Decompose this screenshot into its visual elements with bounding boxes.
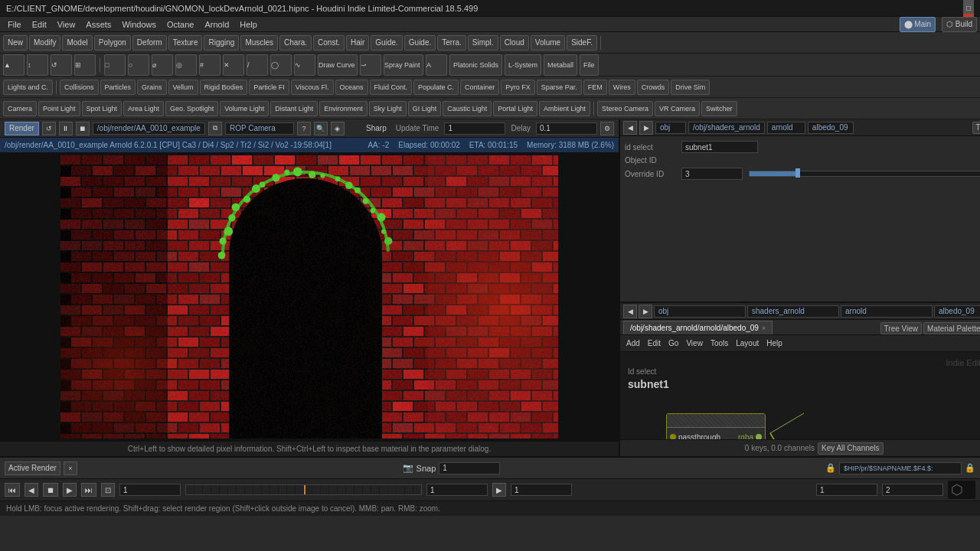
menu-view[interactable]: View <box>53 18 80 31</box>
polygon-button[interactable]: Polygon <box>94 35 131 51</box>
frame-start-input[interactable] <box>426 484 488 496</box>
model-button[interactable]: Model <box>62 35 92 51</box>
collisions-button[interactable]: Collisions <box>60 80 99 95</box>
texture-button[interactable]: Texture <box>168 35 203 51</box>
forward-button[interactable]: ▶ <box>639 121 653 135</box>
menu-windows[interactable]: Windows <box>117 18 161 31</box>
box-tool[interactable]: □ <box>104 54 126 76</box>
volume-button[interactable]: Volume <box>531 35 565 51</box>
drive-sim-button[interactable]: Drive Sim <box>671 80 710 95</box>
guide-button[interactable]: Guide. <box>371 35 402 51</box>
node-menu-help[interactable]: Help <box>763 338 786 348</box>
node-menu-tools[interactable]: Tools <box>707 338 731 348</box>
caustic-light-button[interactable]: Caustic Light <box>443 101 492 116</box>
platonic-solids-tool[interactable]: Platonic Solids <box>449 54 502 76</box>
draw-curve-tool[interactable]: Draw Curve <box>318 54 358 76</box>
vr-camera-button[interactable]: VR Camera <box>655 101 700 116</box>
tree-view-button[interactable]: Tree View <box>880 322 922 334</box>
menu-help[interactable]: Help <box>235 18 262 31</box>
crowds-button[interactable]: Crowds <box>637 80 670 95</box>
wires-button[interactable]: Wires <box>609 80 635 95</box>
rgba-output-port[interactable] <box>756 434 762 439</box>
key-all-channels-button[interactable]: Key All Channels <box>818 442 884 455</box>
stop-icon[interactable]: ⏹ <box>76 122 90 135</box>
viscous-fl-button[interactable]: Viscous Fl. <box>291 80 334 95</box>
terra-button[interactable]: Terra. <box>437 35 466 51</box>
rigid-bodies-button[interactable]: Rigid Bodies <box>200 80 248 95</box>
material-palette-button[interactable]: Material Palette <box>923 322 980 334</box>
settings-icon[interactable]: ⚙ <box>600 122 614 135</box>
portal-light-button[interactable]: Portal Light <box>493 101 537 116</box>
refresh-icon[interactable]: ↺ <box>42 122 56 135</box>
subnet-value[interactable]: subnet1 <box>681 141 758 153</box>
sphere-tool[interactable]: ○ <box>128 54 149 76</box>
line-tool[interactable]: / <box>247 54 268 76</box>
play-forward2-button[interactable]: ▶ <box>492 483 506 497</box>
node-tab-albedo[interactable]: /obj/shaders_arnold/arnold/albedo_09 × <box>623 321 773 334</box>
menu-assets[interactable]: Assets <box>81 18 116 31</box>
copy-icon[interactable]: ⧉ <box>208 122 222 135</box>
timeline-close-button[interactable]: × <box>64 461 77 475</box>
geo-spotlight-button[interactable]: Geo. Spotlight <box>165 101 218 116</box>
passthrough-input-port[interactable] <box>670 434 676 439</box>
node-menu-add[interactable]: Add <box>623 338 643 348</box>
go-end-button[interactable]: ⏭ <box>81 483 96 497</box>
camera-selector[interactable]: ROP Camera <box>225 122 294 135</box>
l-system-tool[interactable]: L-System <box>505 54 541 76</box>
move-tool[interactable]: ↕ <box>27 54 48 76</box>
const-button[interactable]: Const. <box>313 35 345 51</box>
camera-button[interactable]: Camera <box>3 101 37 116</box>
populate-c-button[interactable]: Populate C. <box>413 80 459 95</box>
font-tool[interactable]: A <box>426 54 447 76</box>
menu-file[interactable]: File <box>3 18 26 31</box>
step-button[interactable]: ⊡ <box>101 483 115 497</box>
shader-node[interactable]: passthrough rgba override <box>666 413 766 439</box>
stop-button[interactable]: ⏹ <box>43 483 58 497</box>
particle-fi-button[interactable]: Particle FI <box>249 80 289 95</box>
sparse-par-button[interactable]: Sparse Par. <box>537 80 582 95</box>
metaball-tool[interactable]: Metaball <box>544 54 577 76</box>
switcher-button[interactable]: Switcher <box>701 101 737 116</box>
node-menu-edit[interactable]: Edit <box>645 338 664 348</box>
file-tool[interactable]: File <box>580 54 599 76</box>
select-tool[interactable]: ▲ <box>3 54 24 76</box>
oceans-button[interactable]: Oceans <box>335 80 368 95</box>
sky-light-button[interactable]: Sky Light <box>369 101 407 116</box>
path-tool[interactable]: ⤻ <box>360 54 381 76</box>
point-light-button[interactable]: Point Light <box>38 101 80 116</box>
deform-button[interactable]: Deform <box>132 35 167 51</box>
sideF-button[interactable]: SideF. <box>567 35 597 51</box>
ambient-light-button[interactable]: Ambient Light <box>539 101 590 116</box>
zoom-icon[interactable]: 🔍 <box>314 122 328 135</box>
take-list-label[interactable]: Take List <box>972 122 980 134</box>
go-start-button[interactable]: ⏮ <box>5 483 20 497</box>
fem-button[interactable]: FEM <box>583 80 607 95</box>
node-back-button[interactable]: ◀ <box>623 305 637 318</box>
tube-tool[interactable]: ⌀ <box>152 54 173 76</box>
stereo-camera-button[interactable]: Stereo Camera <box>597 101 653 116</box>
update-time-input[interactable] <box>444 122 505 135</box>
vellum-button[interactable]: Vellum <box>168 80 198 95</box>
fluid-cont-button[interactable]: Fluid Cont. <box>370 80 413 95</box>
rotate-tool[interactable]: ↺ <box>51 54 72 76</box>
environment-button[interactable]: Environment <box>319 101 368 116</box>
render-button[interactable]: Render <box>5 122 39 135</box>
override-id-value[interactable]: 3 <box>681 168 743 180</box>
hair-button[interactable]: Hair <box>346 35 369 51</box>
chara-button[interactable]: Chara. <box>279 35 312 51</box>
cloud-button[interactable]: Cloud <box>500 35 529 51</box>
render-path[interactable]: /obj/render/AA_0010_example <box>93 122 205 135</box>
menu-edit[interactable]: Edit <box>28 18 51 31</box>
distant-light-button[interactable]: Distant Light <box>270 101 318 116</box>
menu-arnold[interactable]: Arnold <box>200 18 234 31</box>
back-button[interactable]: ◀ <box>623 121 637 135</box>
play-forward-button[interactable]: ▶ <box>63 483 77 497</box>
timeline-scrubber[interactable] <box>185 484 422 495</box>
volume-light-button[interactable]: Volume Light <box>220 101 269 116</box>
render-canvas-area[interactable] <box>0 153 619 441</box>
area-light-button[interactable]: Area Light <box>123 101 164 116</box>
rigging-button[interactable]: Rigging <box>204 35 239 51</box>
muscles-button[interactable]: Muscles <box>240 35 278 51</box>
play-back-button[interactable]: ◀ <box>24 483 38 497</box>
snap-value-input[interactable] <box>439 462 500 474</box>
